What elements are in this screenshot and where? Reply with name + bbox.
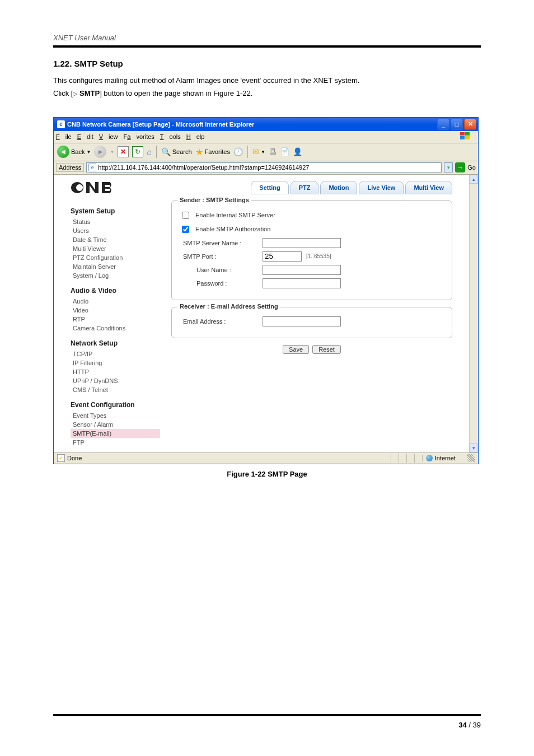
sidebar-item-audio[interactable]: Audio <box>71 297 160 306</box>
sidebar-item-multiviewer[interactable]: Multi Viewer <box>71 244 160 253</box>
tab-motion[interactable]: Motion <box>320 181 357 194</box>
email-input[interactable] <box>263 316 341 326</box>
receiver-fieldset: Receiver : E-mail Address Setting Email … <box>171 307 452 338</box>
history-button[interactable]: 🕘 <box>233 147 243 156</box>
back-button[interactable]: ◄ Back ▼ <box>57 146 91 158</box>
user-input[interactable] <box>263 265 341 275</box>
sidebar-group-system: System Setup <box>71 207 160 215</box>
messenger-icon: 👤 <box>293 147 302 156</box>
vertical-scrollbar[interactable]: ▴ ▾ <box>469 175 478 452</box>
windows-flag-icon[interactable] <box>460 132 470 142</box>
titlebar: e CNB Network Camera [Setup Page] - Micr… <box>54 118 478 131</box>
search-icon: 🔍 <box>161 147 171 156</box>
svg-rect-2 <box>460 136 465 139</box>
tab-ptz[interactable]: PTZ <box>291 181 319 194</box>
go-button[interactable]: → <box>455 162 465 172</box>
body-line2: Click [▷ SMTP] button to open the page s… <box>53 87 481 100</box>
sidebar-item-maintain[interactable]: Maintain Server <box>71 262 160 271</box>
sidebar-item-smtp[interactable]: SMTP(E-mail) <box>71 429 160 438</box>
address-label: Address <box>56 163 84 172</box>
tab-multi-view[interactable]: Multi View <box>405 181 452 194</box>
reset-button[interactable]: Reset <box>312 345 341 354</box>
menu-favorites[interactable]: Favorites <box>124 133 154 140</box>
sidebar-item-rtp[interactable]: RTP <box>71 315 160 324</box>
sidebar-item-video[interactable]: Video <box>71 306 160 315</box>
sidebar-item-status[interactable]: Status <box>71 217 160 226</box>
menu-edit[interactable]: Edit <box>77 133 93 140</box>
resize-grip-icon[interactable] <box>467 454 475 462</box>
sidebar-item-eventtypes[interactable]: Event Types <box>71 411 160 420</box>
mail-button[interactable]: ✉▼ <box>252 147 265 156</box>
edit-button[interactable]: 📄 <box>280 147 289 156</box>
enable-auth-checkbox[interactable] <box>182 226 189 233</box>
receiver-legend: Receiver : E-mail Address Setting <box>177 303 280 310</box>
window-title: CNB Network Camera [Setup Page] - Micros… <box>67 121 437 128</box>
menu-file[interactable]: File <box>56 133 72 140</box>
print-button[interactable]: 🖶 <box>269 147 277 156</box>
footer-rule <box>53 714 481 716</box>
doc-header: XNET User Manual <box>53 34 481 42</box>
tab-setting[interactable]: Setting <box>251 181 288 194</box>
sidebar-item-datetime[interactable]: Date & Time <box>71 235 160 244</box>
sidebar-item-upnp[interactable]: UPnP / DynDNS <box>71 376 160 385</box>
page-number: 34 / 39 <box>53 721 481 729</box>
edit-icon: 📄 <box>280 147 289 156</box>
page-icon: e <box>88 164 96 171</box>
forward-icon: ► <box>94 146 106 158</box>
sidebar-item-ptzconfig[interactable]: PTZ Configuration <box>71 253 160 262</box>
body-line1: This configures mailing out method of Al… <box>53 74 481 87</box>
pass-input[interactable] <box>263 278 341 288</box>
address-dropdown[interactable]: ▾ <box>444 162 453 172</box>
server-input[interactable] <box>263 238 341 248</box>
maximize-button[interactable]: □ <box>451 119 463 130</box>
scroll-up-button[interactable]: ▴ <box>470 175 478 184</box>
home-button[interactable]: ⌂ <box>147 147 151 156</box>
forward-button[interactable]: ► <box>94 146 106 158</box>
scroll-track[interactable] <box>470 184 478 444</box>
menu-tools[interactable]: Tools <box>160 133 181 140</box>
sender-fieldset: Sender : SMTP Settings Enable Internal S… <box>171 200 452 300</box>
sidebar-item-tcpip[interactable]: TCP/IP <box>71 349 160 358</box>
enable-auth-label: Enable SMTP Authorization <box>195 226 270 232</box>
chevron-down-icon: ▼ <box>86 150 91 155</box>
sidebar-item-sensor[interactable]: Sensor / Alarm <box>71 420 160 429</box>
messenger-button[interactable]: 👤 <box>293 147 302 156</box>
ie-icon: e <box>57 120 65 128</box>
favorites-button[interactable]: ★Favorites <box>195 147 230 157</box>
globe-icon <box>426 455 433 461</box>
refresh-button[interactable]: ↻ <box>132 146 143 157</box>
port-input[interactable] <box>263 251 302 262</box>
enable-internal-checkbox[interactable] <box>182 212 189 219</box>
top-nav: Setting PTZ Motion Live View Multi View <box>71 180 452 195</box>
search-button[interactable]: 🔍Search <box>161 147 192 156</box>
scroll-down-button[interactable]: ▾ <box>470 444 478 452</box>
address-input[interactable]: e http://211.104.176.144:400/html/operat… <box>86 162 442 172</box>
port-label: SMTP Port : <box>180 253 258 260</box>
stop-button[interactable]: ✕ <box>118 146 129 157</box>
sidebar-item-cameracond[interactable]: Camera Conditions <box>71 324 160 333</box>
status-cell <box>414 454 422 463</box>
status-cell <box>406 454 414 463</box>
sidebar-item-http[interactable]: HTTP <box>71 367 160 376</box>
sidebar-item-ipfilter[interactable]: IP Filtering <box>71 358 160 367</box>
minimize-button[interactable]: _ <box>437 119 449 130</box>
status-cell <box>391 454 399 463</box>
close-button[interactable]: ✕ <box>464 119 476 130</box>
email-label: Email Address : <box>180 318 258 325</box>
back-label: Back <box>71 148 85 155</box>
port-range: [1..65535] <box>306 253 331 259</box>
sidebar-item-users[interactable]: Users <box>71 226 160 235</box>
menu-help[interactable]: Help <box>186 133 205 140</box>
save-button[interactable]: Save <box>283 345 309 354</box>
sidebar-item-cms[interactable]: CMS / Telnet <box>71 385 160 394</box>
sidebar-item-syslog[interactable]: System / Log <box>71 271 160 280</box>
sidebar: System Setup Status Users Date & Time Mu… <box>71 200 160 447</box>
menu-view[interactable]: View <box>99 133 118 140</box>
page-current: 34 <box>458 721 466 729</box>
line2-post: ] button to open the page shown in Figur… <box>100 89 252 97</box>
sidebar-item-ftp[interactable]: FTP <box>71 438 160 447</box>
tab-live-view[interactable]: Live View <box>359 181 404 194</box>
server-label: SMTP Server Name : <box>180 240 258 246</box>
toolbar-separator <box>247 146 248 158</box>
pass-label: Password : <box>180 280 258 287</box>
